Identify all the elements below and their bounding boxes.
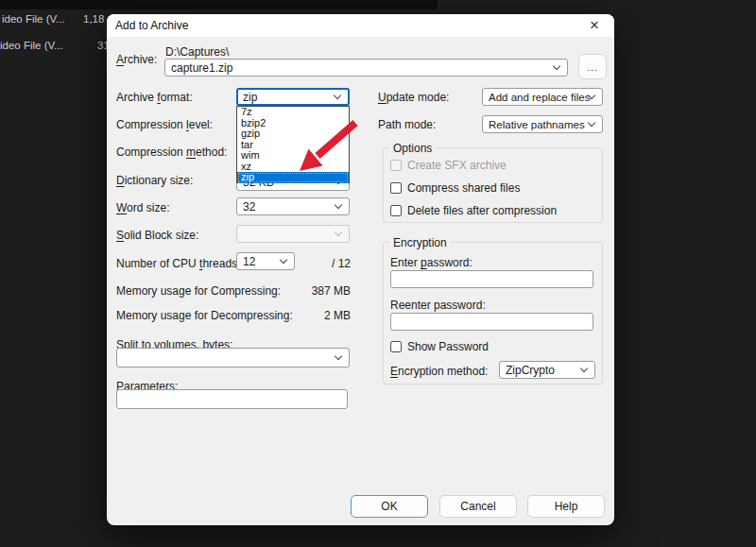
delete-files-label: Delete files after compression: [407, 204, 557, 217]
dialog-title: Add to Archive: [115, 19, 188, 32]
close-icon[interactable]: ×: [580, 15, 609, 36]
help-button[interactable]: Help: [527, 495, 605, 518]
create-sfx-checkbox-row: Create SFX archive: [390, 159, 507, 172]
enter-password-label: Enter password:: [390, 256, 472, 269]
chevron-down-icon[interactable]: [580, 364, 588, 371]
update-mode-label: Update mode:: [378, 91, 449, 104]
split-volumes-combobox[interactable]: [116, 348, 350, 368]
chevron-down-icon[interactable]: [588, 118, 595, 126]
memory-decompress-label: Memory usage for Decompressing:: [116, 309, 293, 322]
parameters-input[interactable]: [116, 389, 348, 409]
archive-name-combobox[interactable]: capture1.zip: [164, 59, 568, 77]
dialog-titlebar[interactable]: Add to Archive ×: [107, 14, 614, 37]
checkbox-icon: [390, 160, 402, 171]
archive-format-dropdown-list: 7z bzip2 gzip tar wim xz zip: [236, 106, 350, 183]
chevron-down-icon[interactable]: [334, 91, 341, 98]
file-type-cell: ideo File (V...: [2, 13, 65, 25]
cpu-threads-combobox[interactable]: 12: [236, 252, 295, 270]
chevron-down-icon: [335, 228, 342, 235]
memory-decompress-value: 2 MB: [277, 309, 351, 322]
delete-files-checkbox-row[interactable]: Delete files after compression: [390, 204, 557, 217]
options-group-title: Options: [389, 142, 436, 155]
file-size-cell: 1,18: [83, 13, 104, 25]
word-size-label: Word size:: [116, 201, 169, 214]
solid-block-size-label: Solid Block size:: [116, 229, 198, 242]
show-password-checkbox-row[interactable]: Show Password: [390, 340, 489, 353]
add-to-archive-dialog: Add to Archive × Archive: D:\Captures\ c…: [107, 14, 614, 525]
chevron-down-icon[interactable]: [335, 200, 342, 208]
dropdown-option-wim[interactable]: wim: [237, 150, 349, 162]
reenter-password-label: Reenter password:: [390, 299, 486, 312]
memory-compress-value: 387 MB: [277, 284, 351, 298]
dropdown-option-zip-selected[interactable]: zip: [237, 172, 349, 183]
compression-level-label: Compression level:: [116, 118, 213, 131]
checkbox-icon[interactable]: [390, 341, 402, 352]
archive-format-label: Archive format:: [116, 91, 193, 104]
archive-label: Archive:: [116, 53, 157, 66]
dropdown-option-gzip[interactable]: gzip: [237, 128, 349, 140]
chevron-down-icon[interactable]: [335, 351, 342, 359]
cpu-threads-label: Number of CPU threads:: [116, 257, 240, 270]
create-sfx-label: Create SFX archive: [407, 159, 507, 172]
chevron-down-icon[interactable]: [280, 255, 287, 263]
checkbox-icon[interactable]: [390, 205, 402, 216]
file-type-cell: ideo File (V...: [0, 40, 63, 51]
enter-password-input[interactable]: [390, 270, 593, 288]
background-toolbar: [0, 0, 438, 9]
reenter-password-input[interactable]: [390, 313, 593, 331]
update-mode-combobox[interactable]: Add and replace files: [482, 88, 603, 106]
dropdown-option-7z[interactable]: 7z: [237, 107, 349, 118]
encryption-group-title: Encryption: [389, 236, 451, 249]
checkbox-icon[interactable]: [390, 182, 402, 194]
chevron-down-icon[interactable]: [553, 61, 560, 69]
solid-block-size-combobox: [236, 225, 350, 243]
encryption-method-label: Encryption method:: [390, 365, 488, 378]
dictionary-size-label: Dictionary size:: [116, 174, 193, 187]
cpu-threads-max: / 12: [317, 257, 351, 270]
path-mode-combobox[interactable]: Relative pathnames: [482, 115, 603, 133]
compress-shared-label: Compress shared files: [407, 181, 520, 195]
compress-shared-checkbox-row[interactable]: Compress shared files: [390, 181, 520, 195]
path-mode-label: Path mode:: [378, 118, 436, 131]
archive-format-combobox[interactable]: zip: [236, 88, 350, 106]
memory-compress-label: Memory usage for Compressing:: [116, 284, 281, 298]
encryption-method-combobox[interactable]: ZipCrypto: [499, 361, 595, 379]
compression-method-label: Compression method:: [116, 145, 227, 159]
cancel-button[interactable]: Cancel: [439, 495, 517, 518]
show-password-label: Show Password: [407, 340, 489, 353]
ok-button[interactable]: OK: [351, 495, 428, 518]
archive-directory: D:\Captures\: [165, 45, 229, 59]
browse-button[interactable]: ...: [578, 54, 607, 79]
word-size-combobox[interactable]: 32: [236, 197, 350, 215]
